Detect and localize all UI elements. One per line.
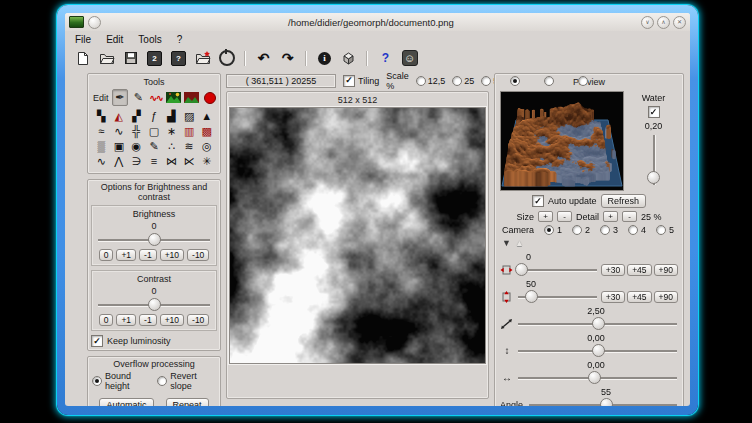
3d-scene-button[interactable]: [339, 49, 358, 68]
detail-plus-button[interactable]: +: [603, 211, 618, 222]
tool-icon[interactable]: ≋: [181, 139, 197, 154]
tool-icon[interactable]: ✳: [199, 154, 215, 169]
rotate-vertical-slider[interactable]: [517, 290, 598, 303]
open-recent-button[interactable]: [193, 49, 212, 68]
brightness-slider[interactable]: [97, 233, 211, 246]
revert-slope-radio[interactable]: [157, 376, 167, 386]
tool-icon[interactable]: ◎: [199, 139, 215, 154]
tool-icon[interactable]: ▢: [146, 124, 162, 139]
tool-icon[interactable]: ƒ: [146, 109, 162, 124]
menu-file[interactable]: File: [75, 34, 91, 45]
rotate-h-plus90-button[interactable]: +90: [654, 264, 678, 276]
size-plus-button[interactable]: +: [538, 211, 553, 222]
tool-icon[interactable]: ▒: [93, 139, 109, 154]
menu-tools[interactable]: Tools: [138, 34, 161, 45]
contrast-minus10-button[interactable]: -10: [187, 314, 209, 326]
scale-12-radio[interactable]: [416, 76, 426, 86]
contrast-minus1-button[interactable]: -1: [139, 314, 157, 326]
brightness-minus1-button[interactable]: -1: [139, 249, 157, 261]
brightness-plus1-button[interactable]: +1: [116, 249, 136, 261]
tool-icon[interactable]: ▟: [164, 109, 180, 124]
wave-tool-button[interactable]: ∿∿: [149, 90, 164, 105]
pan-horizontal-slider[interactable]: [517, 371, 678, 384]
redo-button[interactable]: ↷: [278, 49, 297, 68]
tool-icon[interactable]: ≡: [146, 154, 162, 169]
contrast-slider[interactable]: [97, 298, 211, 311]
terrain-tool-button[interactable]: [166, 90, 181, 105]
scale-25-radio[interactable]: [452, 76, 462, 86]
tool-icon[interactable]: ⋉: [181, 154, 197, 169]
preview-canvas[interactable]: [501, 92, 623, 190]
flip-down-icon[interactable]: ▼: [502, 239, 511, 248]
contrast-0-button[interactable]: 0: [99, 314, 114, 326]
tool-icon[interactable]: ◉: [128, 139, 144, 154]
menu-edit[interactable]: Edit: [106, 34, 123, 45]
tool-icon[interactable]: ⋀: [111, 154, 127, 169]
scale-200-radio[interactable]: [544, 76, 554, 86]
tool-icon[interactable]: ≈: [93, 124, 109, 139]
tool-icon[interactable]: ⋈: [164, 154, 180, 169]
shade-button[interactable]: [88, 16, 101, 29]
camera-5-radio[interactable]: [656, 225, 666, 235]
scale-100-radio[interactable]: [510, 76, 520, 86]
record-tool-button[interactable]: [202, 90, 217, 105]
angle-slider[interactable]: [528, 398, 678, 406]
rotate-horizontal-slider[interactable]: [517, 263, 598, 276]
rotate-v-plus30-button[interactable]: +30: [601, 291, 625, 303]
scale-400-radio[interactable]: [578, 76, 588, 86]
automatic-button[interactable]: Automatic: [99, 398, 153, 406]
tool-icon[interactable]: ◭: [111, 109, 127, 124]
size-minus-button[interactable]: -: [557, 211, 572, 222]
camera-4-radio[interactable]: [628, 225, 638, 235]
menu-help[interactable]: ?: [177, 34, 183, 45]
tool-icon[interactable]: ▩: [199, 124, 215, 139]
keep-luminosity-checkbox[interactable]: ✓: [91, 335, 103, 347]
titlebar[interactable]: /home/didier/geomorph/document0.png: [65, 13, 690, 31]
tool-icon[interactable]: ▲: [199, 109, 215, 124]
heightfield-canvas[interactable]: [230, 108, 485, 363]
scale-50-radio[interactable]: [481, 76, 491, 86]
tiling-checkbox[interactable]: ✓: [343, 75, 355, 87]
document-help-button[interactable]: ?: [169, 49, 188, 68]
tool-icon[interactable]: ✎: [146, 139, 162, 154]
brightness-minus10-button[interactable]: -10: [187, 249, 209, 261]
tool-icon[interactable]: ╬: [128, 124, 144, 139]
rotate-v-plus90-button[interactable]: +90: [654, 291, 678, 303]
brightness-0-button[interactable]: 0: [99, 249, 114, 261]
water-checkbox[interactable]: ✓: [648, 106, 660, 118]
tool-icon[interactable]: ∋: [128, 154, 144, 169]
auto-update-checkbox[interactable]: ✓: [532, 195, 544, 207]
rotate-v-plus45-button[interactable]: +45: [627, 291, 651, 303]
maximize-button[interactable]: [657, 16, 670, 29]
bound-height-radio[interactable]: [92, 376, 102, 386]
rotate-h-plus30-button[interactable]: +30: [601, 264, 625, 276]
tool-icon[interactable]: ∴: [164, 139, 180, 154]
close-button[interactable]: [673, 16, 686, 29]
tool-icon[interactable]: ∿: [93, 154, 109, 169]
info-button[interactable]: i: [315, 49, 334, 68]
stop-button[interactable]: [217, 49, 236, 68]
tool-icon[interactable]: ∗: [164, 124, 180, 139]
brightness-plus10-button[interactable]: +10: [160, 249, 184, 261]
pan-vertical-slider[interactable]: [517, 344, 678, 357]
flip-up-icon[interactable]: ▲: [515, 239, 524, 248]
about-button[interactable]: ☺: [400, 49, 419, 68]
pencil-tool-button[interactable]: ✎: [131, 90, 146, 105]
camera-3-radio[interactable]: [600, 225, 610, 235]
tool-icon[interactable]: ∿: [111, 124, 127, 139]
contrast-plus10-button[interactable]: +10: [160, 314, 184, 326]
stamp-tool-button[interactable]: ✒: [112, 89, 129, 106]
minimize-button[interactable]: [641, 16, 654, 29]
terrain-tool-2-button[interactable]: [184, 90, 199, 105]
repeat-button[interactable]: Repeat: [166, 398, 209, 406]
tool-icon[interactable]: ▨: [181, 109, 197, 124]
tool-icon[interactable]: ▚: [93, 109, 109, 124]
detail-minus-button[interactable]: -: [622, 211, 637, 222]
help-button[interactable]: ?: [376, 49, 395, 68]
camera-2-radio[interactable]: [572, 225, 582, 235]
water-slider[interactable]: [647, 134, 660, 186]
distance-slider[interactable]: [517, 317, 678, 330]
refresh-button[interactable]: Refresh: [601, 194, 647, 208]
rotate-h-plus45-button[interactable]: +45: [627, 264, 651, 276]
undo-button[interactable]: ↶: [254, 49, 273, 68]
